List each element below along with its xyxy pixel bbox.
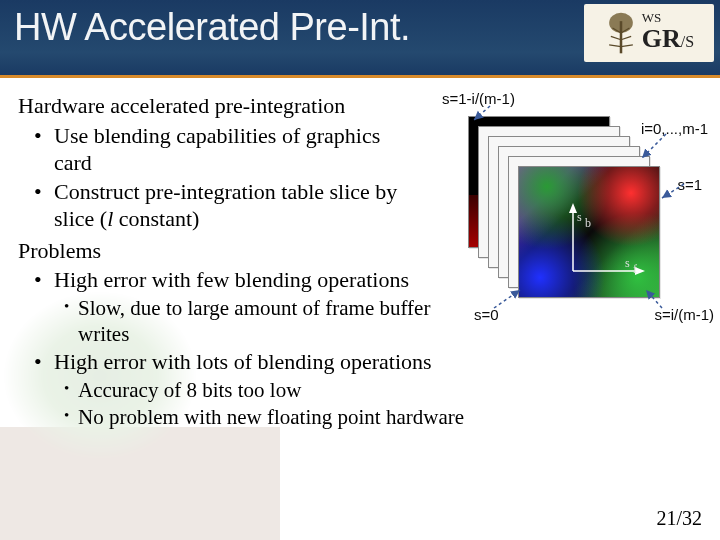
axes-icon: s b s f [565,203,651,283]
figure-label: s=i/(m-1) [654,306,714,323]
sub-bullet-item: Slow, due to large amount of frame buffe… [78,295,434,348]
figure-label: s=1-i/(m-1) [442,90,515,107]
logo-badge: WS GR/S [584,4,714,62]
sub-bullet-item: Accuracy of 8 bits too low [78,377,702,403]
svg-text:f: f [633,262,637,276]
figure-label: i=0,...,m-1 [641,120,708,137]
bullet-item: Construct pre-integration table slice by… [54,178,434,233]
bullet-text: High error with few blending operations [54,267,409,292]
slice-front: s b s f [518,166,660,298]
bullet-text: Use blending capabilities of graphics ca… [54,123,380,176]
logo-text: WS GR/S [642,12,694,54]
bullet-text: Construct pre-integration table slice by… [54,179,397,232]
svg-marker-2 [569,203,577,213]
bullet-item: Use blending capabilities of graphics ca… [54,122,414,177]
sub-bullet-item: No problem with new floating point hardw… [78,404,702,430]
slide-header: HW Accelerated Pre-Int. WS GR/S [0,0,720,78]
svg-text:s: s [625,256,630,270]
slide: HW Accelerated Pre-Int. WS GR/S Hardware… [0,0,720,540]
slide-title: HW Accelerated Pre-Int. [14,6,410,49]
figure-preintegration-stack: s b s f s=1-i/(m-1) i=0,...,m-1 s=1 s=0 … [446,90,706,320]
bullet-text: Accuracy of 8 bits too low [78,378,301,402]
svg-text:s: s [577,210,582,224]
bullet-item: High error with few blending operations … [54,266,434,347]
page-number: 21/32 [656,507,702,530]
bullet-text: Slow, due to large amount of frame buffe… [78,296,430,346]
bullet-text: No problem with new floating point hardw… [78,405,464,429]
figure-label: s=0 [474,306,499,323]
bullet-item: High error with lots of blending operati… [54,348,702,430]
tree-icon [604,11,638,55]
bullet-text: High error with lots of blending operati… [54,349,432,374]
slice-stack: s b s f [468,116,658,286]
svg-text:b: b [585,216,591,230]
figure-label: s=1 [677,176,702,193]
